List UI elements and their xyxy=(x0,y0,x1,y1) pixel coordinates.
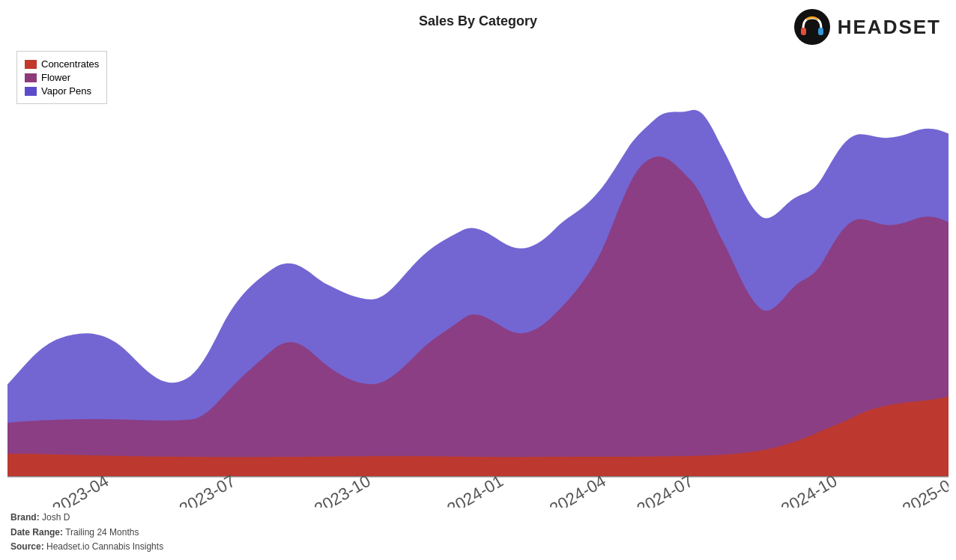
footer-source-label: Source: xyxy=(10,541,44,552)
chart-svg-container: 2023-04 2023-07 2023-10 2024-01 2024-04 … xyxy=(7,45,949,508)
footer-brand-value: Josh D xyxy=(42,512,70,523)
page-container: HEADSET Sales By Category Concentrates F… xyxy=(0,0,956,560)
footer-brand: Brand: Josh D xyxy=(10,511,163,525)
footer-source: Source: Headset.io Cannabis Insights xyxy=(10,540,163,554)
footer-info: Brand: Josh D Date Range: Trailing 24 Mo… xyxy=(10,511,163,554)
footer-daterange-label: Date Range: xyxy=(10,527,63,538)
footer-source-value: Headset.io Cannabis Insights xyxy=(46,541,163,552)
chart-title: Sales By Category xyxy=(0,13,956,29)
chart-svg: 2023-04 2023-07 2023-10 2024-01 2024-04 … xyxy=(7,45,949,508)
footer-brand-label: Brand: xyxy=(10,512,40,523)
footer-daterange: Date Range: Trailing 24 Months xyxy=(10,526,163,540)
footer-daterange-value: Trailing 24 Months xyxy=(65,527,139,538)
